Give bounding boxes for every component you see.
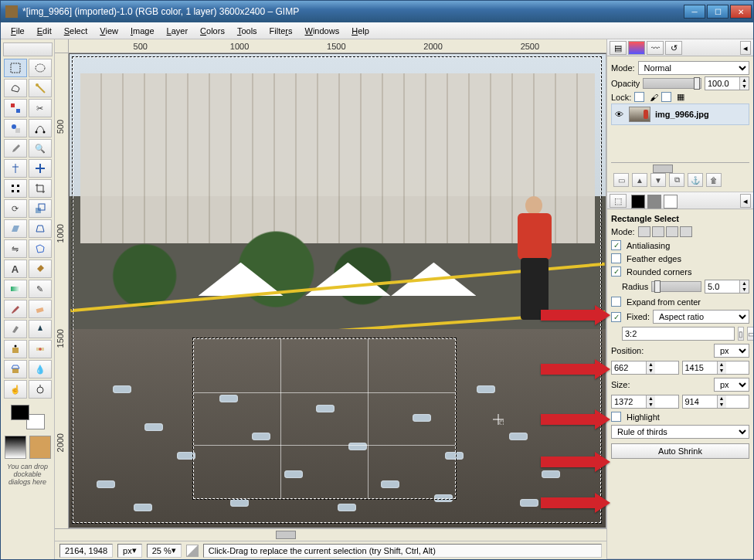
size-h-spin[interactable]: ▲▼ — [682, 395, 750, 409]
opacity-slider[interactable] — [643, 78, 701, 89]
auto-shrink-button[interactable]: Auto Shrink — [611, 443, 749, 459]
tool-flip[interactable]: ⇋ — [4, 239, 27, 258]
menu-image[interactable]: Image — [125, 25, 160, 37]
swatch-black[interactable] — [631, 195, 645, 209]
blend-mode-select[interactable]: Normal — [638, 61, 749, 75]
tool-clone[interactable] — [4, 340, 27, 358]
tab-layers[interactable]: ▤ — [610, 41, 627, 55]
minimize-button[interactable]: ─ — [684, 5, 705, 19]
status-zoom-select[interactable]: 25 % ▾ — [147, 544, 182, 558]
tool-rect-select[interactable] — [4, 59, 27, 77]
tool-perspective[interactable] — [29, 219, 52, 238]
tab-tool-options[interactable]: ⬚ — [610, 194, 627, 208]
tool-move[interactable] — [29, 159, 52, 178]
tool-foreground-select[interactable] — [4, 119, 27, 137]
menu-windows[interactable]: Windows — [300, 25, 345, 37]
fixed-select[interactable]: Aspect ratio — [653, 310, 749, 324]
ruler-corner[interactable] — [55, 39, 69, 53]
layer-new-icon[interactable]: ▭ — [613, 173, 629, 187]
menu-select[interactable]: Select — [59, 25, 93, 37]
feather-check[interactable] — [611, 253, 621, 263]
menu-edit[interactable]: Edit — [32, 25, 57, 37]
layer-down-icon[interactable]: ▼ — [650, 173, 666, 187]
size-unit-select[interactable]: px — [714, 378, 749, 392]
status-cancel-icon[interactable] — [186, 545, 199, 557]
tool-blend[interactable] — [4, 280, 27, 298]
canvas[interactable] — [69, 53, 606, 528]
tool-blur[interactable]: 💧 — [29, 360, 52, 378]
tool-pencil[interactable]: ✎ — [29, 280, 52, 298]
tab-paths[interactable]: 〰 — [647, 41, 664, 55]
pos-y-spin[interactable]: ▲▼ — [682, 361, 750, 375]
lock-alpha-check[interactable] — [661, 92, 671, 102]
tool-paintbrush[interactable] — [4, 300, 27, 318]
selection-marquee[interactable] — [193, 338, 456, 499]
swatch-white[interactable] — [664, 195, 678, 209]
tool-scissors[interactable]: ✂ — [29, 99, 52, 117]
tool-ellipse-select[interactable] — [29, 59, 52, 77]
foreground-color-swatch[interactable] — [11, 405, 29, 420]
close-button[interactable]: ✕ — [730, 5, 752, 19]
color-fg-bg[interactable] — [9, 403, 46, 431]
selmode-subtract[interactable] — [666, 226, 678, 237]
tool-text[interactable]: A — [4, 260, 27, 278]
pos-unit-select[interactable]: px — [714, 344, 749, 358]
layer-delete-icon[interactable]: 🗑 — [706, 173, 722, 187]
expand-check[interactable] — [611, 297, 621, 307]
tool-ink[interactable] — [29, 320, 52, 338]
menu-layer[interactable]: Layer — [161, 25, 194, 37]
layer-name[interactable]: img_9966.jpg — [655, 110, 709, 119]
menu-file[interactable]: File — [5, 25, 30, 37]
layer-anchor-icon[interactable]: ⚓ — [688, 173, 703, 187]
selmode-add[interactable] — [652, 226, 664, 237]
menu-filters[interactable]: Filters — [264, 25, 298, 37]
radius-spin[interactable]: ▲▼ — [705, 280, 749, 294]
tool-fuzzy-select[interactable] — [29, 79, 52, 97]
maximize-button[interactable]: ☐ — [707, 5, 729, 19]
tool-smudge[interactable]: ☝ — [4, 380, 27, 399]
menu-view[interactable]: View — [94, 25, 124, 37]
tab-channels[interactable] — [628, 41, 645, 55]
ratio-landscape-icon[interactable]: ▭ — [747, 327, 753, 341]
fixed-check[interactable]: ✓ — [611, 312, 621, 322]
tool-scale[interactable] — [29, 199, 52, 218]
antialias-check[interactable]: ✓ — [611, 240, 621, 250]
highlight-check[interactable] — [611, 412, 621, 422]
guides-select[interactable]: Rule of thirds — [611, 425, 749, 439]
ruler-vertical[interactable]: 500 1000 1500 2000 — [55, 53, 69, 528]
tool-bucket-fill[interactable] — [29, 260, 52, 278]
tool-perspective-clone[interactable] — [4, 360, 27, 378]
layer-up-icon[interactable]: ▲ — [632, 173, 647, 187]
menu-help[interactable]: Help — [346, 25, 375, 37]
selmode-intersect[interactable] — [680, 226, 692, 237]
panel-menu-icon[interactable]: ◂ — [740, 41, 751, 55]
layers-hscroll[interactable] — [611, 162, 749, 171]
pos-x-spin[interactable]: ▲▼ — [611, 361, 679, 375]
active-brush[interactable] — [29, 436, 51, 459]
opacity-spin[interactable]: ▲▼ — [705, 76, 749, 90]
ratio-portrait-icon[interactable]: ▯ — [738, 327, 744, 341]
radius-slider[interactable] — [651, 281, 701, 292]
tool-free-select[interactable] — [4, 79, 27, 97]
tool-crop[interactable] — [29, 179, 52, 198]
tool-measure[interactable] — [4, 159, 27, 178]
tool-cage[interactable] — [29, 239, 52, 258]
tool-zoom[interactable]: 🔍 — [29, 139, 52, 158]
layer-visibility-icon[interactable]: 👁 — [613, 110, 624, 119]
tool-paths[interactable] — [29, 119, 52, 137]
tool-airbrush[interactable] — [4, 320, 27, 338]
ruler-horizontal[interactable]: 500 1000 1500 2000 2500 — [69, 39, 606, 53]
menu-tools[interactable]: Tools — [232, 25, 263, 37]
lock-pixels-check[interactable] — [634, 92, 644, 102]
tool-by-color-select[interactable] — [4, 99, 27, 117]
size-w-spin[interactable]: ▲▼ — [611, 395, 679, 409]
tool-color-picker[interactable] — [4, 139, 27, 158]
toolbox-tab-strip[interactable] — [3, 42, 53, 56]
ratio-input[interactable] — [622, 327, 735, 341]
swatch-grey[interactable] — [647, 195, 661, 209]
canvas-hscrollbar[interactable] — [55, 528, 606, 541]
tool-heal[interactable] — [29, 340, 52, 358]
tool-align[interactable] — [4, 179, 27, 198]
status-unit-select[interactable]: px ▾ — [117, 544, 142, 558]
active-gradient[interactable] — [5, 436, 26, 459]
